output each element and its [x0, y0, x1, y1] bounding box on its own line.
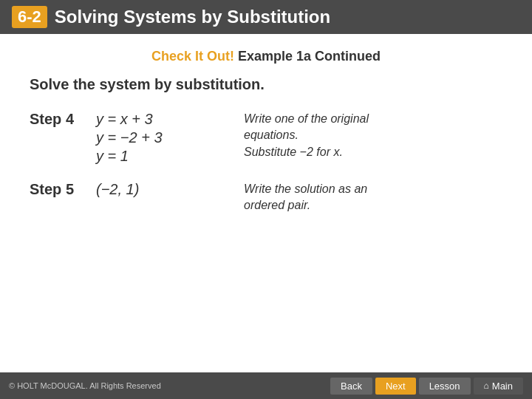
subtitle-rest: Example 1a Continued [234, 49, 381, 64]
step-5-label: Step 5 [30, 181, 96, 198]
step-5-row: Step 5 (−2, 1) Write the solution as an … [30, 181, 502, 214]
step-4-math-line-2: y = −2 + 3 [96, 129, 244, 146]
step-5-math-line-1: (−2, 1) [96, 181, 244, 198]
step-5-math: (−2, 1) [96, 181, 244, 200]
copyright-text: © HOLT McDOUGAL. All Rights Reserved [9, 381, 161, 390]
page-title: Solving Systems by Substitution [55, 7, 330, 27]
steps-container: Step 4 y = x + 3 y = −2 + 3 y = 1 Write … [30, 111, 502, 214]
step-4-note-line-2: equations. [244, 129, 299, 141]
main-button-label: Main [492, 381, 513, 392]
step-5-note: Write the solution as an ordered pair. [244, 181, 367, 214]
footer: © HOLT McDOUGAL. All Rights Reserved Bac… [0, 372, 532, 399]
main-content: Check It Out! Example 1a Continued Solve… [0, 34, 532, 229]
check-it-out-label: Check It Out! [151, 49, 234, 64]
page-header: 6-2 Solving Systems by Substitution [0, 0, 532, 34]
intro-text: Solve the system by substitution. [30, 76, 502, 93]
step-5-note-line-1: Write the solution as an [244, 183, 367, 195]
step-4-row: Step 4 y = x + 3 y = −2 + 3 y = 1 Write … [30, 111, 502, 166]
step-4-math-line-1: y = x + 3 [96, 111, 244, 128]
subtitle: Check It Out! Example 1a Continued [30, 49, 502, 64]
next-button[interactable]: Next [375, 378, 416, 395]
step-4-note-line-3: Substitute −2 for x. [244, 146, 343, 158]
step-4-label: Step 4 [30, 111, 96, 128]
step-5-note-line-2: ordered pair. [244, 199, 310, 211]
nav-buttons: Back Next Lesson ⌂ Main [330, 378, 523, 395]
section-badge: 6-2 [12, 6, 47, 28]
step-4-note-line-1: Write one of the original [244, 112, 369, 125]
step-4-note: Write one of the original equations. Sub… [244, 111, 369, 160]
lesson-button[interactable]: Lesson [419, 378, 471, 395]
home-icon: ⌂ [484, 381, 489, 391]
step-4-math: y = x + 3 y = −2 + 3 y = 1 [96, 111, 244, 166]
step-4-math-line-3: y = 1 [96, 148, 244, 165]
back-button[interactable]: Back [330, 378, 372, 395]
main-button[interactable]: ⌂ Main [474, 378, 523, 395]
